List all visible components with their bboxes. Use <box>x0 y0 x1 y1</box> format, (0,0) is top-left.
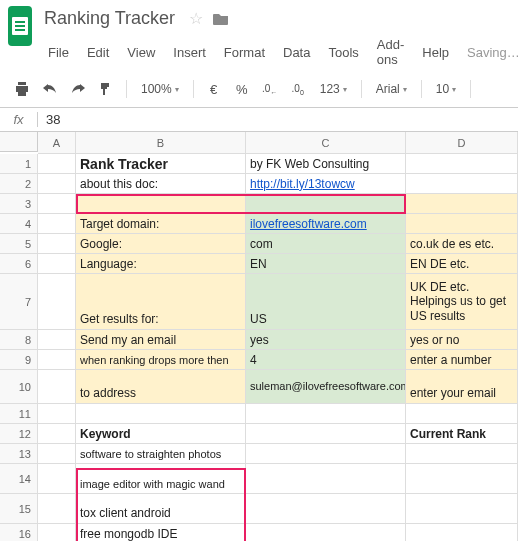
cell[interactable]: UK DE etc. Helpings us to get US results <box>406 274 518 330</box>
cell[interactable]: yes <box>246 330 406 350</box>
cell[interactable] <box>246 424 406 444</box>
menu-format[interactable]: Format <box>216 41 273 64</box>
cell[interactable] <box>406 444 518 464</box>
cell[interactable]: Keyword <box>76 424 246 444</box>
cell[interactable] <box>38 494 76 524</box>
cell[interactable] <box>38 194 76 214</box>
cell[interactable]: enter a number <box>406 350 518 370</box>
cell[interactable] <box>406 174 518 194</box>
percent-button[interactable]: % <box>230 77 254 101</box>
cell[interactable]: EN <box>246 254 406 274</box>
cell[interactable]: Current Rank <box>406 424 518 444</box>
cell[interactable]: tox client android <box>76 494 246 524</box>
increase-decimal-button[interactable]: .00 <box>286 77 310 101</box>
cell[interactable] <box>38 154 76 174</box>
col-header-A[interactable]: A <box>38 132 76 154</box>
menu-addons[interactable]: Add-ons <box>369 33 412 71</box>
row-header[interactable]: 6 <box>0 254 38 274</box>
cell[interactable] <box>406 524 518 541</box>
cell[interactable] <box>38 330 76 350</box>
row-header[interactable]: 14 <box>0 464 38 494</box>
row-header[interactable]: 7 <box>0 274 38 330</box>
row-header[interactable]: 11 <box>0 404 38 424</box>
row-header[interactable]: 13 <box>0 444 38 464</box>
cell[interactable]: about this doc: <box>76 174 246 194</box>
menu-edit[interactable]: Edit <box>79 41 117 64</box>
cell[interactable] <box>406 464 518 494</box>
zoom-dropdown[interactable]: 100%▾ <box>135 79 185 99</box>
cell[interactable] <box>76 404 246 424</box>
menu-help[interactable]: Help <box>414 41 457 64</box>
select-all-corner[interactable] <box>0 132 38 152</box>
cell[interactable]: to address <box>76 370 246 404</box>
cell[interactable]: Send my an email <box>76 330 246 350</box>
cell[interactable] <box>246 444 406 464</box>
cell[interactable] <box>38 444 76 464</box>
cell[interactable] <box>38 350 76 370</box>
star-icon[interactable]: ☆ <box>189 9 203 28</box>
cell[interactable] <box>38 214 76 234</box>
font-dropdown[interactable]: Arial▾ <box>370 79 413 99</box>
menu-tools[interactable]: Tools <box>320 41 366 64</box>
cell[interactable]: Language: <box>76 254 246 274</box>
cell[interactable] <box>246 464 406 494</box>
cell[interactable]: image editor with magic wand <box>76 464 246 494</box>
redo-icon[interactable] <box>66 77 90 101</box>
menu-view[interactable]: View <box>119 41 163 64</box>
cell[interactable]: software to straighten photos <box>76 444 246 464</box>
formula-input[interactable]: 38 <box>38 112 518 127</box>
cell[interactable]: free mongodb IDE <box>76 524 246 541</box>
cell[interactable] <box>38 404 76 424</box>
cell[interactable]: when ranking drops more then <box>76 350 246 370</box>
row-header[interactable]: 2 <box>0 174 38 194</box>
row-header[interactable]: 9 <box>0 350 38 370</box>
menu-data[interactable]: Data <box>275 41 318 64</box>
folder-icon[interactable] <box>213 12 229 26</box>
paint-format-icon[interactable] <box>94 77 118 101</box>
cell[interactable] <box>246 494 406 524</box>
number-format-dropdown[interactable]: 123▾ <box>314 79 353 99</box>
cell[interactable]: 4 <box>246 350 406 370</box>
row-header[interactable]: 16 <box>0 524 38 541</box>
doc-title[interactable]: Ranking Tracker <box>40 6 179 31</box>
cell[interactable] <box>38 370 76 404</box>
row-header[interactable]: 8 <box>0 330 38 350</box>
menu-file[interactable]: File <box>40 41 77 64</box>
col-header-B[interactable]: B <box>76 132 246 154</box>
row-header[interactable]: 3 <box>0 194 38 214</box>
cell[interactable] <box>406 194 518 214</box>
cell[interactable] <box>38 234 76 254</box>
row-header[interactable]: 12 <box>0 424 38 444</box>
cell[interactable]: com <box>246 234 406 254</box>
row-header[interactable]: 15 <box>0 494 38 524</box>
font-size-dropdown[interactable]: 10▾ <box>430 79 462 99</box>
cell[interactable] <box>38 524 76 541</box>
spreadsheet-grid[interactable]: A B C D 1 Rank Tracker by FK Web Consult… <box>0 132 518 541</box>
cell[interactable] <box>246 404 406 424</box>
cell[interactable]: Get results for: <box>76 274 246 330</box>
cell[interactable] <box>406 404 518 424</box>
decrease-decimal-button[interactable]: .0← <box>258 77 282 101</box>
menu-insert[interactable]: Insert <box>165 41 214 64</box>
cell-link[interactable]: http://bit.ly/13towcw <box>246 174 406 194</box>
cell[interactable] <box>38 464 76 494</box>
cell[interactable] <box>38 274 76 330</box>
currency-button[interactable]: € <box>202 77 226 101</box>
col-header-D[interactable]: D <box>406 132 518 154</box>
cell[interactable] <box>76 194 246 214</box>
row-header[interactable]: 4 <box>0 214 38 234</box>
cell[interactable] <box>406 214 518 234</box>
undo-icon[interactable] <box>38 77 62 101</box>
col-header-C[interactable]: C <box>246 132 406 154</box>
cell[interactable]: Target domain: <box>76 214 246 234</box>
cell[interactable]: Google: <box>76 234 246 254</box>
cell[interactable]: co.uk de es etc. <box>406 234 518 254</box>
cell[interactable]: US <box>246 274 406 330</box>
cell[interactable]: yes or no <box>406 330 518 350</box>
cell[interactable]: enter your email <box>406 370 518 404</box>
cell[interactable]: by FK Web Consulting <box>246 154 406 174</box>
print-icon[interactable] <box>10 77 34 101</box>
cell[interactable] <box>246 524 406 541</box>
cell[interactable]: EN DE etc. <box>406 254 518 274</box>
cell[interactable] <box>406 154 518 174</box>
